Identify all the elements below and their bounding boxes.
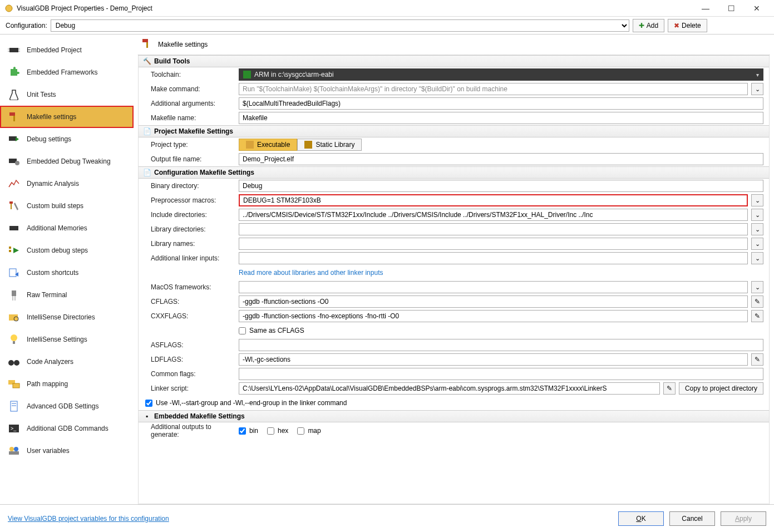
sidebar-item-code-analyzers[interactable]: Code Analyzers bbox=[0, 351, 134, 373]
sidebar-item-debug-settings[interactable]: Debug settings bbox=[0, 128, 134, 150]
svg-point-0 bbox=[6, 5, 12, 12]
terminal-icon: >_ bbox=[8, 422, 20, 435]
sidebar-item-custom-debug-steps[interactable]: Custom debug steps bbox=[0, 239, 134, 262]
svg-marker-17 bbox=[13, 248, 19, 253]
same-as-cflags-checkbox[interactable] bbox=[239, 327, 246, 334]
output-file-label: Output file name: bbox=[139, 155, 239, 163]
output-map-checkbox[interactable] bbox=[297, 427, 304, 435]
use-wl-checkbox[interactable] bbox=[145, 400, 152, 407]
inc-dirs-expand[interactable]: ⌄ bbox=[751, 209, 763, 221]
cflags-input[interactable] bbox=[239, 295, 748, 308]
ldflags-label: LDFLAGS: bbox=[139, 356, 239, 363]
sidebar-item-custom-build-steps[interactable]: Custom build steps bbox=[0, 195, 134, 217]
doc-icon: 📄 bbox=[143, 169, 151, 176]
project-type-static-library[interactable]: Static Library bbox=[297, 139, 362, 151]
lib-dirs-input[interactable] bbox=[239, 223, 748, 235]
svg-rect-18 bbox=[9, 269, 16, 277]
makefile-name-input[interactable] bbox=[239, 112, 763, 124]
linker-script-edit[interactable]: ✎ bbox=[663, 382, 676, 395]
addl-linker-input[interactable] bbox=[239, 252, 748, 264]
sidebar-item-additional-memories[interactable]: Additional Memories bbox=[0, 217, 134, 239]
output-hex-checkbox[interactable] bbox=[267, 427, 274, 435]
puzzle-icon bbox=[8, 66, 20, 78]
lib-names-input[interactable] bbox=[239, 238, 748, 250]
folder-search-icon bbox=[8, 311, 20, 323]
sidebar-item-unit-tests[interactable]: Unit Tests bbox=[0, 83, 134, 106]
make-cmd-label: Make command: bbox=[139, 85, 239, 93]
pp-macros-input[interactable] bbox=[239, 194, 748, 206]
ok-button[interactable]: OK bbox=[618, 511, 664, 526]
make-cmd-expand[interactable]: ⌄ bbox=[751, 83, 763, 95]
sidebar-item-makefile-settings[interactable]: Makefile settings bbox=[0, 106, 134, 128]
section-build-tools: 🔨Build Tools bbox=[139, 55, 769, 67]
cxxflags-input[interactable] bbox=[239, 310, 748, 322]
svg-marker-9 bbox=[16, 137, 19, 141]
sidebar-item-embedded-project[interactable]: Embedded Project bbox=[0, 39, 134, 61]
hammer-small-icon: 🔨 bbox=[143, 57, 151, 65]
output-bin-checkbox[interactable] bbox=[239, 427, 246, 435]
bulb-icon bbox=[8, 333, 20, 346]
inc-dirs-input[interactable] bbox=[239, 209, 748, 221]
svg-point-36 bbox=[14, 447, 18, 451]
svg-point-26 bbox=[8, 360, 14, 366]
lib-names-expand[interactable]: ⌄ bbox=[751, 238, 763, 250]
toolchain-dropdown[interactable]: ARM in c:\sysgcc\arm-eabi▾ bbox=[239, 68, 763, 81]
output-file-input[interactable] bbox=[239, 153, 763, 165]
config-select[interactable]: Debug bbox=[51, 19, 629, 32]
cxxflags-edit[interactable]: ✎ bbox=[751, 310, 763, 322]
bin-dir-input[interactable] bbox=[239, 180, 763, 192]
lib-dirs-expand[interactable]: ⌄ bbox=[751, 223, 763, 235]
lib-icon bbox=[304, 141, 312, 149]
svg-rect-30 bbox=[11, 401, 17, 411]
folders-icon bbox=[8, 378, 20, 390]
svg-text:>_: >_ bbox=[11, 426, 17, 431]
sidebar-item-custom-shortcuts[interactable]: Custom shortcuts bbox=[0, 262, 134, 284]
sidebar-item-embedded-debug-tweaking[interactable]: Embedded Debug Tweaking bbox=[0, 150, 134, 173]
maximize-button[interactable]: ☐ bbox=[718, 0, 744, 17]
svg-rect-14 bbox=[9, 226, 18, 230]
section-project-makefile: 📄Project Makefile Settings bbox=[139, 125, 769, 137]
sidebar-item-path-mapping[interactable]: Path mapping bbox=[0, 373, 134, 395]
project-type-executable[interactable]: Executable bbox=[239, 139, 297, 151]
copy-to-project-button[interactable]: Copy to project directory bbox=[679, 382, 763, 395]
make-cmd-value: Run "$(ToolchainMake) $(ToolchainMakeArg… bbox=[239, 83, 748, 95]
sidebar-item-user-variables[interactable]: User variables bbox=[0, 440, 134, 462]
sidebar-item-advanced-gdb-settings[interactable]: Advanced GDB Settings bbox=[0, 395, 134, 417]
cflags-edit[interactable]: ✎ bbox=[751, 295, 763, 308]
pp-macros-expand[interactable]: ⌄ bbox=[751, 194, 763, 206]
sidebar-item-dynamic-analysis[interactable]: Dynamic Analysis bbox=[0, 173, 134, 195]
sidebar-item-intellisense-directories[interactable]: IntelliSense Directories bbox=[0, 306, 134, 328]
sidebar-item-raw-terminal[interactable]: Raw Terminal bbox=[0, 284, 134, 306]
addl-linker-expand[interactable]: ⌄ bbox=[751, 252, 763, 264]
minimize-button[interactable]: — bbox=[693, 0, 718, 17]
addl-args-input[interactable] bbox=[239, 97, 763, 110]
ldflags-edit[interactable]: ✎ bbox=[751, 353, 763, 366]
svg-rect-8 bbox=[9, 136, 17, 141]
asflags-input[interactable] bbox=[239, 339, 763, 351]
linker-script-input[interactable] bbox=[239, 382, 660, 395]
add-config-button[interactable]: Add bbox=[633, 19, 664, 32]
macos-fw-input[interactable] bbox=[239, 281, 748, 293]
svg-point-27 bbox=[14, 360, 19, 366]
apply-button[interactable]: Apply bbox=[721, 511, 766, 526]
shortcut-icon bbox=[8, 267, 20, 279]
common-flags-input[interactable] bbox=[239, 368, 763, 380]
svg-rect-19 bbox=[12, 290, 16, 296]
close-button[interactable]: ✕ bbox=[744, 0, 770, 17]
common-flags-label: Common flags: bbox=[139, 370, 239, 378]
binoculars-icon bbox=[8, 356, 20, 368]
cancel-button[interactable]: Cancel bbox=[669, 511, 715, 526]
sidebar-item-embedded-frameworks[interactable]: Embedded Frameworks bbox=[0, 61, 134, 83]
sidebar-item-intellisense-settings[interactable]: IntelliSense Settings bbox=[0, 328, 134, 351]
sidebar-item-additional-gdb-commands[interactable]: >_Additional GDB Commands bbox=[0, 417, 134, 440]
makefile-name-label: Makefile name: bbox=[139, 114, 239, 122]
ldflags-input[interactable] bbox=[239, 353, 748, 366]
connector-icon bbox=[8, 289, 20, 301]
section-embedded-makefile: ▪Embedded Makefile Settings bbox=[139, 410, 769, 422]
chip-play-icon bbox=[8, 133, 20, 145]
view-variables-link[interactable]: View VisualGDB project variables for thi… bbox=[8, 515, 169, 523]
delete-config-button[interactable]: Delete bbox=[668, 19, 707, 32]
svg-point-35 bbox=[9, 447, 14, 451]
macos-fw-expand[interactable]: ⌄ bbox=[751, 281, 763, 293]
linker-help-link[interactable]: Read more about libraries and other link… bbox=[239, 269, 383, 277]
